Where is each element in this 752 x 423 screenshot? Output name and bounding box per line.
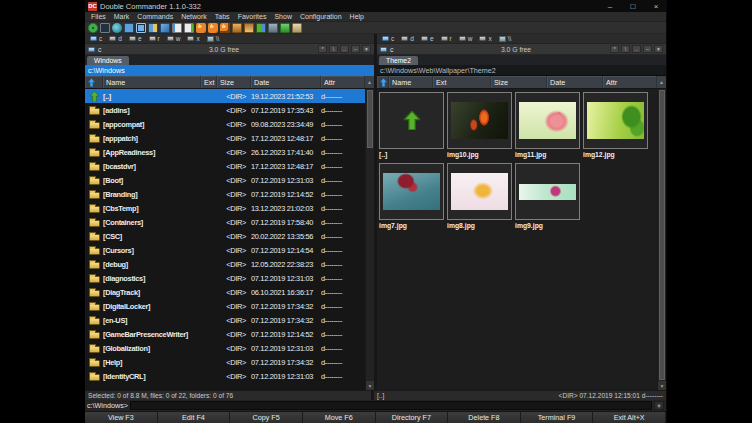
copy-to-left-icon[interactable] xyxy=(172,23,182,33)
file-row[interactable]: [..]<DIR>19.12.2023 21:52:53d-------- xyxy=(85,89,365,103)
column-header-date[interactable]: Date xyxy=(251,76,321,88)
file-row[interactable]: [appcompat]<DIR>09.08.2023 23:34:49d----… xyxy=(85,117,365,131)
image-thumb[interactable] xyxy=(379,163,444,220)
menu-item-tabs[interactable]: Tabs xyxy=(211,13,234,20)
right-scrollbar[interactable]: ▼ xyxy=(657,89,666,390)
file-row[interactable]: [GameBarPresenceWriter]<DIR>07.12.2019 1… xyxy=(85,327,365,341)
thumbnail-item[interactable]: img8.jpg xyxy=(447,163,512,231)
tab-theme2[interactable]: Theme2 xyxy=(379,56,418,65)
parent-dir-thumb[interactable] xyxy=(379,92,444,149)
thumbnail-item[interactable]: [..] xyxy=(379,92,444,160)
history-button[interactable]: ▾ xyxy=(362,45,371,53)
column-header-attr[interactable]: Attr xyxy=(603,76,657,88)
scroll-thumb[interactable] xyxy=(367,90,373,148)
file-row[interactable]: [Branding]<DIR>07.12.2019 12:14:52d-----… xyxy=(85,187,365,201)
fn-button-f8[interactable]: Delete F8 xyxy=(448,412,521,423)
column-header-attr[interactable]: Attr xyxy=(321,76,365,88)
command-history-dropdown-icon[interactable]: ▼ xyxy=(654,401,664,410)
left-scrollbar[interactable]: ▼ xyxy=(365,89,374,390)
column-header-ext[interactable]: Ext xyxy=(433,76,491,88)
file-row[interactable]: [Help]<DIR>07.12.2019 17:34:32d-------- xyxy=(85,355,365,369)
image-thumb[interactable] xyxy=(583,92,648,149)
equal-panels-icon[interactable] xyxy=(136,23,146,33)
file-row[interactable]: [Cursors]<DIR>07.12.2019 12:14:54d------… xyxy=(85,243,365,257)
file-row[interactable]: [Globalization]<DIR>07.12.2019 12:31:03d… xyxy=(85,341,365,355)
root-button[interactable]: \ xyxy=(329,45,338,53)
thumbnail-item[interactable]: img12.jpg xyxy=(583,92,648,160)
checksum-icon[interactable] xyxy=(280,23,290,33)
history-button[interactable]: ▾ xyxy=(654,45,663,53)
menu-item-configuration[interactable]: Configuration xyxy=(296,13,346,20)
minimize-button[interactable]: – xyxy=(600,0,620,12)
fn-button-f6[interactable]: Move F6 xyxy=(303,412,376,423)
right-path-bar[interactable]: c:\Windows\Web\Wallpaper\Theme2 xyxy=(377,65,666,76)
thumbnail-item[interactable]: img9.jpg xyxy=(515,163,580,231)
swap-panels-icon[interactable] xyxy=(160,23,170,33)
file-row[interactable]: [DigitalLocker]<DIR>07.12.2019 17:34:32d… xyxy=(85,299,365,313)
scroll-thumb[interactable] xyxy=(659,90,665,380)
image-thumb[interactable] xyxy=(515,163,580,220)
scroll-track[interactable] xyxy=(658,89,666,381)
fn-button-f9[interactable]: Terminal F9 xyxy=(521,412,594,423)
sync-dirs-icon[interactable] xyxy=(256,23,266,33)
search-advanced-icon[interactable] xyxy=(220,23,230,33)
copy-to-right-icon[interactable] xyxy=(184,23,194,33)
compare-icon[interactable] xyxy=(268,23,278,33)
menu-item-files[interactable]: Files xyxy=(87,13,110,20)
fn-button-f3[interactable]: View F3 xyxy=(85,412,158,423)
fn-button-f5[interactable]: Copy F5 xyxy=(230,412,303,423)
column-header-size[interactable]: Size xyxy=(217,76,251,88)
thumbnail-item[interactable]: img11.jpg xyxy=(515,92,580,160)
file-row[interactable]: [addins]<DIR>07.12.2019 17:35:43d-------… xyxy=(85,103,365,117)
drive-button-x[interactable]: x xyxy=(184,34,202,43)
left-path-bar[interactable]: c:\Windows xyxy=(85,65,374,76)
search-network-icon[interactable] xyxy=(208,23,218,33)
file-row[interactable]: [diagnostics]<DIR>07.12.2019 12:31:03d--… xyxy=(85,271,365,285)
menu-item-help[interactable]: Help xyxy=(346,13,368,20)
menu-item-commands[interactable]: Commands xyxy=(133,13,177,20)
sort-column-header[interactable] xyxy=(85,76,103,88)
home-button[interactable]: – xyxy=(351,45,360,53)
drive-button-d[interactable]: d xyxy=(398,34,417,43)
scroll-down-icon[interactable]: ▼ xyxy=(366,381,374,390)
terminal-icon[interactable] xyxy=(100,23,110,33)
pack-icon[interactable] xyxy=(232,23,242,33)
column-header-name[interactable]: Name xyxy=(103,76,201,88)
drive-button-d[interactable]: d xyxy=(106,34,125,43)
menu-item-favorites[interactable]: Favorites xyxy=(234,13,271,20)
refresh-icon[interactable] xyxy=(88,23,98,33)
drive-button-w[interactable]: w xyxy=(164,34,184,43)
column-header-date[interactable]: Date xyxy=(547,76,603,88)
fn-button-f4[interactable]: Edit F4 xyxy=(158,412,231,423)
menu-item-mark[interactable]: Mark xyxy=(110,13,134,20)
file-row[interactable]: [Boot]<DIR>07.12.2019 12:31:03d-------- xyxy=(85,173,365,187)
home-button[interactable]: – xyxy=(643,45,652,53)
fn-button-alt+x[interactable]: Exit Alt+X xyxy=(593,412,666,423)
options-icon[interactable] xyxy=(112,23,122,33)
scroll-up-icon[interactable]: ▲ xyxy=(657,76,666,88)
parent-button[interactable]: .. xyxy=(632,45,641,53)
command-input[interactable] xyxy=(130,401,652,410)
drive-button-r[interactable]: r xyxy=(146,34,163,43)
file-row[interactable]: [CSC]<DIR>20.02.2022 13:35:56d-------- xyxy=(85,229,365,243)
column-header-name[interactable]: Name xyxy=(389,76,433,88)
thumbnail-item[interactable]: img7.jpg xyxy=(379,163,444,231)
hotlist-button[interactable]: * xyxy=(610,45,619,53)
file-row[interactable]: [apppatch]<DIR>17.12.2023 12:48:17d-----… xyxy=(85,131,365,145)
close-button[interactable]: × xyxy=(646,0,666,12)
drive-button-r[interactable]: r xyxy=(438,34,455,43)
drive-button-w[interactable]: w xyxy=(456,34,476,43)
sort-column-header[interactable] xyxy=(377,76,389,88)
drive-button-x[interactable]: x xyxy=(476,34,494,43)
file-row[interactable]: [debug]<DIR>12.05.2022 22:38:23d-------- xyxy=(85,257,365,271)
hotlist-button[interactable]: * xyxy=(318,45,327,53)
parent-button[interactable]: .. xyxy=(340,45,349,53)
extract-icon[interactable] xyxy=(244,23,254,33)
search-icon[interactable] xyxy=(196,23,206,33)
fn-button-f7[interactable]: Directory F7 xyxy=(376,412,449,423)
file-row[interactable]: [en-US]<DIR>07.12.2019 17:34:32d-------- xyxy=(85,313,365,327)
menu-item-show[interactable]: Show xyxy=(270,13,296,20)
maximize-button[interactable]: □ xyxy=(623,0,643,12)
drive-button-e[interactable]: e xyxy=(126,34,145,43)
right-drive-combo[interactable]: c xyxy=(380,46,422,53)
